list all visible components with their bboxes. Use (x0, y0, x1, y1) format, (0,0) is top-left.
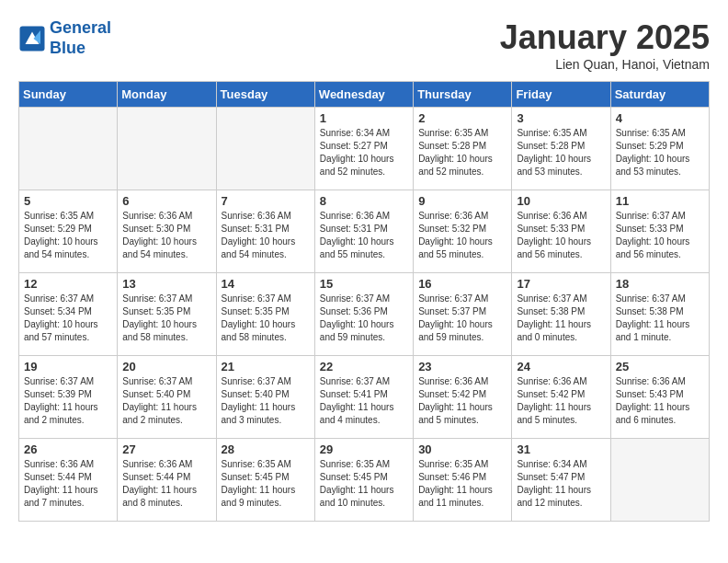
day-number: 20 (122, 360, 210, 373)
day-number: 17 (517, 277, 605, 291)
logo: General Blue (18, 18, 111, 58)
day-cell: 11Sunrise: 6:37 AM Sunset: 5:33 PM Dayli… (610, 190, 709, 273)
day-cell: 25Sunrise: 6:36 AM Sunset: 5:43 PM Dayli… (610, 356, 709, 439)
day-info: Sunrise: 6:37 AM Sunset: 5:36 PM Dayligh… (320, 293, 408, 344)
day-info: Sunrise: 6:37 AM Sunset: 5:40 PM Dayligh… (222, 375, 310, 427)
day-info: Sunrise: 6:35 AM Sunset: 5:45 PM Dayligh… (222, 458, 310, 510)
day-number: 5 (24, 194, 112, 208)
day-info: Sunrise: 6:37 AM Sunset: 5:37 PM Dayligh… (418, 293, 506, 344)
day-cell (118, 108, 216, 190)
day-number: 12 (24, 277, 112, 291)
day-info: Sunrise: 6:36 AM Sunset: 5:33 PM Dayligh… (517, 210, 605, 261)
day-number: 4 (616, 111, 704, 125)
day-cell: 30Sunrise: 6:35 AM Sunset: 5:46 PM Dayli… (414, 439, 512, 522)
day-info: Sunrise: 6:36 AM Sunset: 5:31 PM Dayligh… (320, 210, 408, 261)
day-number: 24 (517, 360, 605, 373)
day-cell: 12Sunrise: 6:37 AM Sunset: 5:34 PM Dayli… (19, 273, 118, 356)
calendar-subtitle: Lien Quan, Hanoi, Vietnam (500, 57, 710, 72)
day-info: Sunrise: 6:35 AM Sunset: 5:46 PM Dayligh… (418, 458, 506, 510)
day-info: Sunrise: 6:35 AM Sunset: 5:45 PM Dayligh… (320, 458, 408, 510)
day-cell: 17Sunrise: 6:37 AM Sunset: 5:38 PM Dayli… (512, 273, 610, 356)
day-number: 22 (320, 360, 408, 373)
day-cell: 19Sunrise: 6:37 AM Sunset: 5:39 PM Dayli… (19, 356, 118, 439)
day-number: 30 (418, 442, 506, 456)
calendar-table: SundayMondayTuesdayWednesdayThursdayFrid… (18, 81, 710, 522)
day-number: 6 (122, 194, 210, 208)
day-number: 14 (222, 277, 310, 291)
day-cell: 3Sunrise: 6:35 AM Sunset: 5:28 PM Daylig… (512, 108, 610, 190)
header-sunday: Sunday (19, 82, 118, 108)
calendar-title-block: January 2025 Lien Quan, Hanoi, Vietnam (500, 18, 710, 72)
day-number: 8 (320, 194, 408, 208)
day-cell: 24Sunrise: 6:36 AM Sunset: 5:42 PM Dayli… (512, 356, 610, 439)
day-number: 29 (320, 442, 408, 456)
header-thursday: Thursday (414, 82, 512, 108)
day-info: Sunrise: 6:36 AM Sunset: 5:42 PM Dayligh… (517, 375, 605, 427)
day-info: Sunrise: 6:37 AM Sunset: 5:40 PM Dayligh… (122, 375, 210, 427)
day-info: Sunrise: 6:37 AM Sunset: 5:33 PM Dayligh… (616, 210, 704, 261)
day-cell: 14Sunrise: 6:37 AM Sunset: 5:35 PM Dayli… (216, 273, 314, 356)
day-cell: 22Sunrise: 6:37 AM Sunset: 5:41 PM Dayli… (314, 356, 413, 439)
day-info: Sunrise: 6:37 AM Sunset: 5:39 PM Dayligh… (24, 375, 112, 427)
week-row-5: 26Sunrise: 6:36 AM Sunset: 5:44 PM Dayli… (19, 439, 710, 522)
day-info: Sunrise: 6:37 AM Sunset: 5:35 PM Dayligh… (122, 293, 210, 344)
day-cell: 23Sunrise: 6:36 AM Sunset: 5:42 PM Dayli… (414, 356, 512, 439)
day-cell (610, 439, 709, 522)
day-number: 23 (418, 360, 506, 373)
day-cell: 27Sunrise: 6:36 AM Sunset: 5:44 PM Dayli… (118, 439, 216, 522)
day-cell: 9Sunrise: 6:36 AM Sunset: 5:32 PM Daylig… (414, 190, 512, 273)
day-number: 19 (24, 360, 112, 373)
page-header: General Blue January 2025 Lien Quan, Han… (18, 18, 710, 72)
day-number: 7 (222, 194, 310, 208)
day-info: Sunrise: 6:35 AM Sunset: 5:29 PM Dayligh… (24, 210, 112, 261)
day-number: 3 (517, 111, 605, 125)
day-number: 16 (418, 277, 506, 291)
day-number: 21 (222, 360, 310, 373)
day-cell: 2Sunrise: 6:35 AM Sunset: 5:28 PM Daylig… (414, 108, 512, 190)
logo-text: General Blue (50, 18, 111, 58)
day-info: Sunrise: 6:37 AM Sunset: 5:35 PM Dayligh… (222, 293, 310, 344)
day-info: Sunrise: 6:36 AM Sunset: 5:43 PM Dayligh… (616, 375, 704, 427)
day-cell: 31Sunrise: 6:34 AM Sunset: 5:47 PM Dayli… (512, 439, 610, 522)
day-number: 11 (616, 194, 704, 208)
day-info: Sunrise: 6:37 AM Sunset: 5:41 PM Dayligh… (320, 375, 408, 427)
day-cell: 28Sunrise: 6:35 AM Sunset: 5:45 PM Dayli… (216, 439, 314, 522)
day-cell: 16Sunrise: 6:37 AM Sunset: 5:37 PM Dayli… (414, 273, 512, 356)
day-cell: 8Sunrise: 6:36 AM Sunset: 5:31 PM Daylig… (314, 190, 413, 273)
header-row: SundayMondayTuesdayWednesdayThursdayFrid… (19, 82, 710, 108)
logo-line2: Blue (50, 39, 85, 57)
week-row-3: 12Sunrise: 6:37 AM Sunset: 5:34 PM Dayli… (19, 273, 710, 356)
logo-icon (18, 25, 46, 52)
header-friday: Friday (512, 82, 610, 108)
day-number: 31 (517, 442, 605, 456)
week-row-1: 1Sunrise: 6:34 AM Sunset: 5:27 PM Daylig… (19, 108, 710, 190)
day-number: 1 (320, 111, 408, 125)
day-number: 10 (517, 194, 605, 208)
day-info: Sunrise: 6:36 AM Sunset: 5:30 PM Dayligh… (122, 210, 210, 261)
day-cell: 15Sunrise: 6:37 AM Sunset: 5:36 PM Dayli… (314, 273, 413, 356)
day-cell: 5Sunrise: 6:35 AM Sunset: 5:29 PM Daylig… (19, 190, 118, 273)
day-info: Sunrise: 6:35 AM Sunset: 5:28 PM Dayligh… (418, 127, 506, 178)
header-monday: Monday (118, 82, 216, 108)
week-row-4: 19Sunrise: 6:37 AM Sunset: 5:39 PM Dayli… (19, 356, 710, 439)
day-info: Sunrise: 6:36 AM Sunset: 5:32 PM Dayligh… (418, 210, 506, 261)
day-cell: 1Sunrise: 6:34 AM Sunset: 5:27 PM Daylig… (314, 108, 413, 190)
day-number: 2 (418, 111, 506, 125)
day-info: Sunrise: 6:37 AM Sunset: 5:34 PM Dayligh… (24, 293, 112, 344)
day-number: 28 (222, 442, 310, 456)
header-saturday: Saturday (610, 82, 709, 108)
day-cell: 21Sunrise: 6:37 AM Sunset: 5:40 PM Dayli… (216, 356, 314, 439)
day-cell (216, 108, 314, 190)
day-cell: 4Sunrise: 6:35 AM Sunset: 5:29 PM Daylig… (610, 108, 709, 190)
header-wednesday: Wednesday (314, 82, 413, 108)
day-cell: 13Sunrise: 6:37 AM Sunset: 5:35 PM Dayli… (118, 273, 216, 356)
day-info: Sunrise: 6:36 AM Sunset: 5:31 PM Dayligh… (222, 210, 310, 261)
day-cell: 18Sunrise: 6:37 AM Sunset: 5:38 PM Dayli… (610, 273, 709, 356)
day-cell: 29Sunrise: 6:35 AM Sunset: 5:45 PM Dayli… (314, 439, 413, 522)
day-cell: 7Sunrise: 6:36 AM Sunset: 5:31 PM Daylig… (216, 190, 314, 273)
day-cell: 20Sunrise: 6:37 AM Sunset: 5:40 PM Dayli… (118, 356, 216, 439)
day-info: Sunrise: 6:36 AM Sunset: 5:44 PM Dayligh… (122, 458, 210, 510)
day-number: 15 (320, 277, 408, 291)
day-info: Sunrise: 6:34 AM Sunset: 5:27 PM Dayligh… (320, 127, 408, 178)
day-number: 26 (24, 442, 112, 456)
